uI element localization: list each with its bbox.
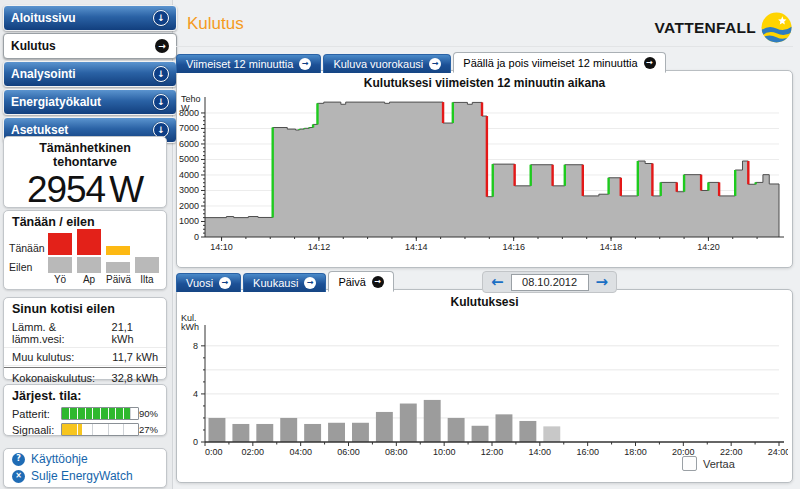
sidebar: Aloitussivu ↓ Kulutus → Analysointi ↓ En…	[0, 0, 173, 489]
arrow-right-circle-icon: →	[299, 58, 311, 70]
svg-text:8000: 8000	[179, 108, 199, 118]
system-state-box: Järjest. tila: Patterit: 90% Signaali: 2…	[3, 384, 167, 436]
svg-text:16:00: 16:00	[576, 447, 599, 457]
hour-bar	[448, 418, 465, 442]
battery-percent: 90%	[139, 408, 158, 419]
svg-text:7000: 7000	[179, 123, 199, 133]
sidebar-item-label: Analysointi	[11, 67, 76, 81]
arrow-right-circle-icon: →	[219, 277, 231, 289]
arrow-right-circle-icon: →	[429, 58, 441, 70]
tab-kuukausi[interactable]: Kuukausi →	[243, 273, 326, 292]
current-power-title: Tämänhetkinen tehontarve	[12, 141, 158, 169]
svg-text:06:00: 06:00	[337, 447, 360, 457]
col-label-ap: Ap	[77, 274, 101, 285]
svg-text:6000: 6000	[179, 139, 199, 149]
svg-text:3000: 3000	[179, 185, 199, 195]
previous-day-button[interactable]: ←	[491, 275, 504, 290]
sidebar-item-energiatyokalut[interactable]: Energiatyökalut ↓	[3, 89, 177, 115]
col-label-paiva: Päivä	[106, 274, 130, 285]
hour-bar	[209, 418, 226, 442]
compare-row: Vertaa	[682, 456, 735, 471]
hour-bar	[328, 423, 345, 442]
svg-text:8: 8	[193, 341, 198, 351]
segment-divider	[92, 408, 93, 419]
svg-text:4000: 4000	[179, 170, 199, 180]
tab-kuluva-vuorokausi[interactable]: Kuluva vuorokausi →	[323, 54, 451, 73]
top-tabbar: Viimeiset 12 minuuttia → Kuluva vuorokau…	[176, 52, 668, 73]
hour-bar	[352, 423, 369, 442]
svg-text:14:16: 14:16	[502, 242, 525, 252]
segment-divider	[115, 408, 116, 419]
sidebar-item-kulutus[interactable]: Kulutus →	[3, 33, 177, 59]
battery-row: Patterit: 90%	[4, 405, 166, 421]
svg-text:2000: 2000	[179, 201, 199, 211]
hour-bar	[496, 414, 513, 442]
yesterday-bar	[48, 257, 72, 273]
vattenfall-logo: VATTENFALL	[655, 12, 792, 43]
hour-bar	[232, 424, 249, 442]
next-day-button[interactable]: →	[596, 275, 609, 290]
sidebar-item-label: Asetukset	[11, 123, 68, 137]
svg-text:kWh: kWh	[181, 322, 199, 332]
arrow-right-circle-icon: →	[644, 57, 656, 69]
hour-bar	[256, 424, 273, 442]
system-state-title: Järjest. tila:	[12, 389, 158, 403]
svg-text:0:00: 0:00	[205, 447, 223, 457]
tab-paalla-ja-pois[interactable]: Päällä ja pois viimeiset 12 minuuttia →	[453, 52, 665, 73]
hour-bar	[543, 426, 560, 442]
hour-bar	[376, 412, 393, 442]
sidebar-item-aloitussivu[interactable]: Aloitussivu ↓	[3, 5, 177, 31]
sidebar-item-analysointi[interactable]: Analysointi ↓	[3, 61, 177, 87]
segment-divider	[130, 408, 131, 419]
arrow-down-circle-icon: ↓	[153, 10, 169, 26]
sidebar-item-label: Kulutus	[11, 39, 56, 53]
consumption-chart-panel: Kulutuksesi Kul.kWh0480:0002:0004:0006:0…	[176, 289, 793, 483]
today-bar	[48, 233, 72, 255]
sidebar-item-label: Aloitussivu	[11, 11, 76, 25]
svg-text:12:00: 12:00	[481, 447, 504, 457]
consumption-bar-chart: Kul.kWh0480:0002:0004:0006:0008:0010:001…	[177, 309, 788, 469]
vattenfall-emblem-icon	[761, 12, 792, 43]
battery-progressbar	[61, 407, 139, 420]
yesterday-bar	[135, 257, 159, 273]
links-box: ? Käyttöohje × Sulje EnergyWatch	[3, 448, 167, 488]
svg-text:14:20: 14:20	[697, 242, 720, 252]
svg-text:08:00: 08:00	[385, 447, 408, 457]
segment-divider	[69, 408, 70, 419]
segment-divider	[108, 424, 109, 435]
svg-text:14:14: 14:14	[405, 242, 428, 252]
yesterday-bar	[77, 257, 101, 273]
today-yesterday-box: Tänään / eilen Tänään Eilen Yö Ap Päivä …	[3, 210, 167, 290]
segment-divider	[100, 408, 101, 419]
date-field[interactable]: 08.10.2012	[511, 274, 589, 291]
svg-text:04:00: 04:00	[289, 447, 312, 457]
help-link[interactable]: ? Käyttöohje	[4, 449, 166, 469]
segment-divider	[123, 408, 124, 419]
home-yesterday-box: Sinun kotisi eilen Lämm. & lämm.vesi: 21…	[3, 297, 167, 380]
header-divider	[176, 46, 793, 47]
tab-paiva[interactable]: Päivä →	[328, 271, 394, 292]
arrow-right-circle-icon: →	[304, 277, 316, 289]
close-energywatch-link[interactable]: × Sulje EnergyWatch	[4, 469, 166, 486]
hour-bar	[280, 418, 297, 442]
today-bar	[77, 229, 101, 255]
svg-text:14:10: 14:10	[210, 242, 233, 252]
segment-divider	[123, 424, 124, 435]
segment-divider	[85, 408, 86, 419]
svg-text:5000: 5000	[179, 154, 199, 164]
segment-divider	[108, 408, 109, 419]
today-bar	[106, 246, 130, 255]
col-label-ilta: Ilta	[135, 274, 159, 285]
svg-text:14:00: 14:00	[529, 447, 552, 457]
tab-viimeiset-12-minuuttia[interactable]: Viimeiset 12 minuuttia →	[176, 54, 321, 73]
signal-percent: 27%	[139, 424, 158, 435]
tab-vuosi[interactable]: Vuosi →	[176, 273, 241, 292]
segment-divider	[92, 424, 93, 435]
svg-text:24:00: 24:00	[768, 447, 788, 457]
svg-text:0: 0	[194, 232, 199, 242]
compare-checkbox[interactable]	[682, 456, 697, 471]
compare-label: Vertaa	[703, 458, 735, 470]
svg-text:0: 0	[193, 437, 198, 447]
home-yesterday-title: Sinun kotisi eilen	[12, 302, 158, 316]
date-navigator: ← 08.10.2012 →	[482, 271, 617, 293]
